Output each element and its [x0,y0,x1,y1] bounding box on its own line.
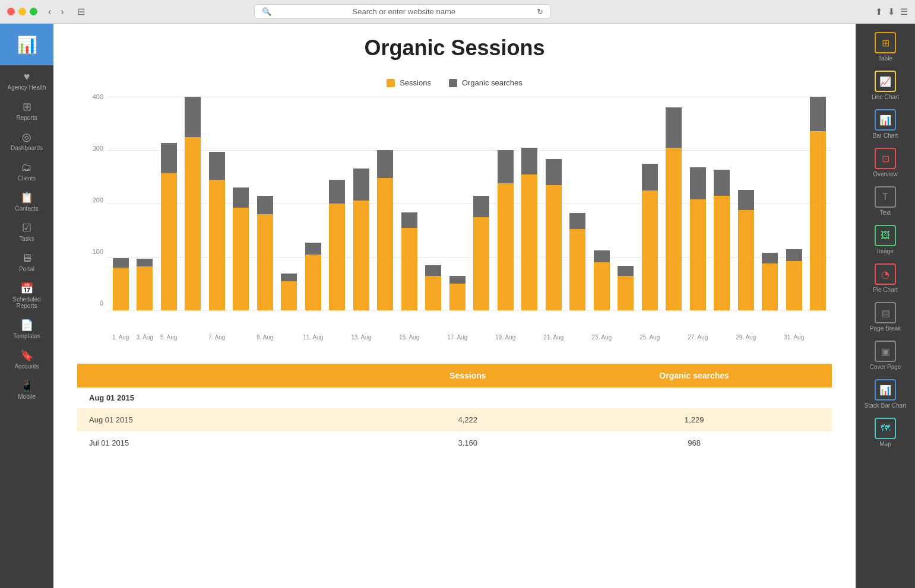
bar-stack[interactable] [425,265,441,311]
minimize-button[interactable] [18,8,26,15]
sidebar-item-clients[interactable]: 🗂 Clients [0,156,53,186]
right-panel-item-map[interactable]: 🗺Map [858,414,913,452]
bar-stack[interactable] [209,152,225,310]
sessions-bar [377,178,393,310]
right-panel-item-bar-chart[interactable]: 📊Bar Chart [858,106,913,143]
bar-stack[interactable] [569,213,585,310]
right-panel-item-pie-chart[interactable]: ◔Pie Chart [858,260,913,297]
browser-actions: ⬆ ⬇ ☰ [875,7,908,17]
sidebar-item-scheduled-reports[interactable]: 📅 Scheduled Reports [0,277,53,314]
bar-stack[interactable] [762,253,778,310]
sidebar-item-dashboards[interactable]: ◎ Dashboards [0,126,53,156]
maximize-button[interactable] [30,8,37,15]
bar-stack[interactable] [137,259,153,310]
sidebar-item-mobile[interactable]: 📱 Mobile [0,374,53,405]
sessions-bar [738,210,754,310]
close-button[interactable] [7,8,15,15]
sidebar-item-agency-health[interactable]: ♥ Agency Health [0,65,53,96]
download-button[interactable]: ⬇ [888,7,895,17]
cover-page-icon: ▣ [875,341,896,362]
logo-icon: 📊 [17,35,37,55]
bar-stack[interactable] [257,196,273,311]
url-bar[interactable]: 🔍 Search or enter website name ↻ [254,4,551,19]
bar-group: 31. Aug [783,97,806,310]
bar-stack[interactable] [666,107,682,310]
bar-stack[interactable] [185,97,201,310]
bar-stack[interactable] [546,159,562,310]
bar-stack[interactable] [161,143,177,310]
right-panel-item-image[interactable]: 🖼Image [858,221,913,259]
bar-stack[interactable] [233,187,249,310]
sidebar-label-templates: Templates [13,333,40,339]
reload-icon[interactable]: ↻ [537,7,543,16]
bar-stack[interactable] [786,249,802,310]
sidebar-label-tasks: Tasks [19,236,34,242]
organic-bar [329,180,345,204]
bar-stack[interactable] [521,148,537,311]
chart-legend: Sessions Organic searches [77,78,832,87]
page-title: Organic Sessions [77,36,832,61]
sessions-bar [353,201,369,310]
organic-bar [305,243,321,255]
forward-button[interactable]: › [57,5,67,18]
bar-group: 3. Aug [134,97,157,310]
x-axis-label: 17. Aug [446,333,469,341]
bar-stack[interactable] [473,196,489,311]
stack-bar-chart-icon: 📊 [875,379,896,401]
sessions-bar [161,173,177,310]
bar-stack[interactable] [449,276,466,311]
bar-stack[interactable] [113,258,129,310]
bar-stack[interactable] [377,150,393,310]
sidebar-toggle-button[interactable]: ⊟ [72,5,90,18]
sidebar-item-portal[interactable]: 🖥 Portal [0,247,53,277]
bar-group: 21. Aug [542,97,565,310]
back-button[interactable]: ‹ [45,5,55,18]
gridline-0 [107,310,832,311]
sidebar-item-templates[interactable]: 📄 Templates [0,314,53,344]
bar-stack[interactable] [618,266,634,310]
y-label-400: 400 [77,93,107,100]
right-panel-item-stack-bar-chart[interactable]: 📊Stack Bar Chart [858,376,913,413]
sessions-bar [209,180,225,310]
menu-button[interactable]: ☰ [900,7,908,17]
right-panel-item-line-chart[interactable]: 📈Line Chart [858,67,913,104]
sessions-bar [473,217,489,311]
bar-group [518,97,542,310]
bar-stack[interactable] [810,97,826,310]
organic-bar [786,249,802,261]
bar-stack[interactable] [738,190,754,310]
right-panel-item-table[interactable]: ⊞Table [858,28,913,66]
sidebar-item-tasks[interactable]: ☑ Tasks [0,217,53,247]
bar-stack[interactable] [401,212,417,310]
y-label-0: 0 [77,300,107,307]
bar-stack[interactable] [305,243,321,310]
organic-swatch [449,79,457,87]
bar-group: 1. Aug [109,97,132,310]
logo-area[interactable]: 📊 [0,24,53,65]
x-axis-label: 21. Aug [542,333,565,341]
bar-stack[interactable] [642,164,658,311]
bar-group: 13. Aug [350,97,373,310]
bar-group [759,97,782,310]
sessions-bar [594,262,610,310]
sidebar-item-reports[interactable]: ⊞ Reports [0,96,53,126]
share-button[interactable]: ⬆ [875,7,883,17]
y-label-300: 300 [77,145,107,152]
bar-stack[interactable] [714,170,730,310]
bar-stack[interactable] [498,150,514,310]
sidebar-item-accounts[interactable]: 🔖 Accounts [0,344,53,374]
sidebar-item-contacts[interactable]: 📋 Contacts [0,186,53,217]
data-table: Sessions Organic searches Aug 01 2015 Au… [77,364,832,454]
bar-stack[interactable] [281,274,297,310]
row-organic: 1,229 [556,408,832,431]
right-panel-item-overview[interactable]: ⊡Overview [858,144,913,182]
bar-stack[interactable] [594,250,610,310]
bar-stack[interactable] [329,180,345,311]
right-panel-item-cover-page[interactable]: ▣Cover Page [858,337,913,374]
right-panel-item-text[interactable]: TText [858,183,913,220]
sessions-swatch [387,79,395,87]
bar-stack[interactable] [353,169,369,310]
bar-stack[interactable] [690,167,706,310]
organic-bar [569,213,585,229]
right-panel-item-page-break[interactable]: ▤Page Break [858,298,913,336]
